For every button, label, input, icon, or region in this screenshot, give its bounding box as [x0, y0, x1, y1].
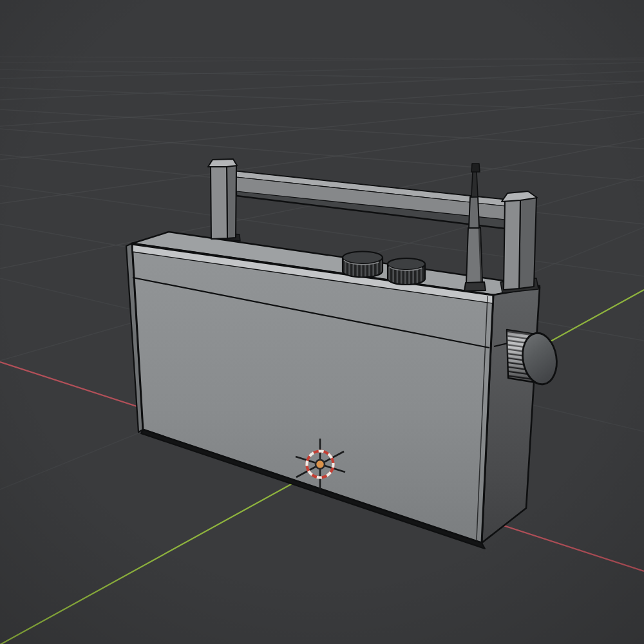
antenna-base-flange	[464, 282, 486, 291]
antenna-tip	[471, 164, 480, 172]
3d-viewport[interactable]	[0, 0, 644, 644]
antenna-tube-mid	[469, 196, 479, 228]
radio-handle-post-left	[208, 159, 237, 239]
radio-top-knob-left	[343, 252, 383, 278]
post-right-side-face	[519, 197, 536, 289]
antenna-tube-thin	[471, 171, 478, 197]
post-right-front-face	[504, 199, 520, 290]
viewport-canvas[interactable]	[0, 0, 644, 644]
top-knob-left-cap	[343, 252, 383, 264]
top-knob-right-cap	[388, 258, 425, 270]
post-left-front-face	[211, 166, 227, 239]
radio-handle-post-right	[502, 191, 537, 290]
radio-top-knob-right	[388, 258, 425, 285]
cursor-center-dot	[316, 460, 325, 469]
post-left-cap	[208, 159, 237, 167]
post-left-side-face	[227, 166, 236, 238]
